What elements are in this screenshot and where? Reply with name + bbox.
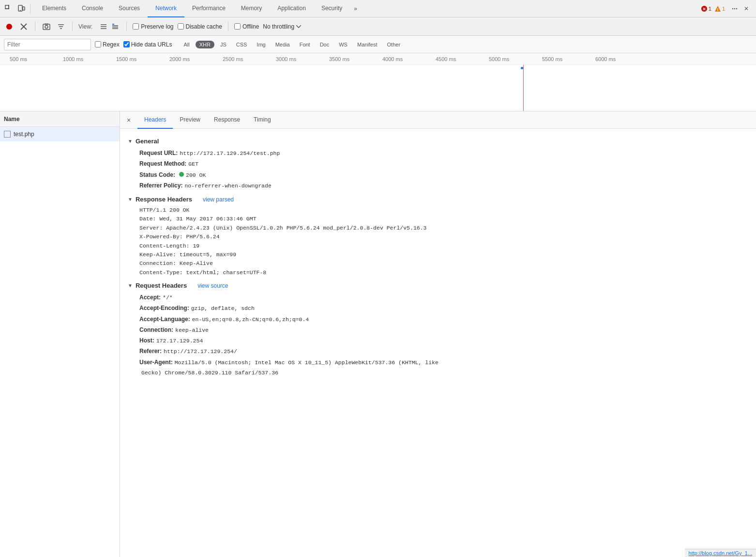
detail-panel: × Headers Preview Response Timing ▼ Gene… (120, 111, 756, 557)
filter-type-img[interactable]: Img (253, 41, 269, 48)
filter-types: All XHR JS CSS Img Media Font Doc WS Man… (180, 41, 404, 48)
timeline-chart (0, 65, 756, 111)
tick-4000: 4000 ms (382, 56, 436, 62)
preserve-log-group: Preserve log (133, 23, 173, 30)
tab-application[interactable]: Application (270, 0, 314, 17)
disable-cache-checkbox[interactable] (178, 23, 184, 30)
view-source-link[interactable]: view source (197, 282, 228, 289)
response-header-line-1: Date: Wed, 31 May 2017 06:33:46 GMT (139, 215, 748, 223)
response-header-line-2: Server: Apache/2.4.23 (Unix) OpenSSL/1.0… (139, 224, 748, 232)
view-group-btn[interactable] (110, 21, 121, 32)
detail-tab-timing[interactable]: Timing (247, 111, 278, 129)
request-method-row: Request Method: GET (139, 158, 748, 169)
preserve-log-label[interactable]: Preserve log (141, 23, 173, 30)
filter-type-all[interactable]: All (180, 41, 193, 48)
inspect-icon[interactable] (4, 4, 14, 14)
request-headers-label: Request Headers (136, 282, 187, 289)
tab-more-btn[interactable]: » (350, 5, 361, 12)
filter-type-other[interactable]: Other (383, 41, 405, 48)
filter-type-font[interactable]: Font (296, 41, 314, 48)
warning-badge[interactable]: ! 1 (714, 5, 725, 12)
svg-text:!: ! (717, 7, 718, 12)
filter-type-manifest[interactable]: Manifest (353, 41, 381, 48)
devtools-close-btn[interactable]: ✕ (741, 3, 752, 15)
offline-label[interactable]: Offline (242, 23, 259, 30)
response-headers-section-header[interactable]: ▼ Response Headers view parsed (128, 196, 748, 203)
req-header-host-label: Host: (139, 336, 154, 345)
request-item[interactable]: test.php (0, 127, 120, 141)
request-url-value: http://172.17.129.254/test.php (180, 149, 280, 157)
toolbar-divider-1 (35, 22, 35, 31)
response-headers-triangle: ▼ (128, 197, 133, 202)
req-header-connection: Connection: keep-alive (139, 325, 748, 335)
status-bar[interactable]: http://blog.csdn.net/Gy_1... (685, 549, 756, 557)
hide-data-checkbox[interactable] (123, 41, 130, 47)
filter-btn[interactable] (56, 21, 66, 32)
detail-close-btn[interactable]: × (124, 115, 134, 125)
record-btn[interactable] (4, 21, 15, 32)
detail-tabs: × Headers Preview Response Timing (120, 111, 756, 129)
filter-type-xhr[interactable]: XHR (196, 41, 214, 48)
network-toolbar: View: Preserve log Disable cache Offline… (0, 17, 756, 36)
devtools-menu-btn[interactable] (729, 3, 741, 15)
device-icon[interactable] (16, 4, 26, 14)
detail-tab-response[interactable]: Response (207, 111, 247, 129)
req-header-accept-language: Accept-Language: en-US,en;q=0.8,zh-CN;q=… (139, 314, 748, 325)
tick-5000: 5000 ms (489, 56, 542, 62)
filter-input[interactable] (4, 39, 91, 50)
regex-checkbox[interactable] (95, 41, 101, 47)
preserve-log-checkbox[interactable] (133, 23, 139, 30)
throttle-select[interactable]: No throttling (263, 23, 301, 30)
filter-type-media[interactable]: Media (272, 41, 294, 48)
regex-option[interactable]: Regex (95, 41, 120, 48)
svg-rect-4 (23, 7, 25, 10)
svg-point-11 (734, 8, 735, 9)
tick-5500: 5500 ms (542, 56, 595, 62)
tab-security[interactable]: Security (314, 0, 350, 17)
regex-label[interactable]: Regex (103, 41, 120, 48)
referrer-policy-value: no-referrer-when-downgrade (184, 182, 271, 190)
error-warning-area: ✕ 1 ! 1 (701, 5, 725, 12)
general-table: Request URL: http://172.17.129.254/test.… (128, 148, 748, 191)
filter-bar: Regex Hide data URLs All XHR JS CSS Img … (0, 36, 756, 53)
tick-500: 500 ms (10, 56, 63, 62)
hide-data-label[interactable]: Hide data URLs (131, 41, 172, 48)
tab-network[interactable]: Network (148, 0, 184, 17)
general-section-header[interactable]: ▼ General (128, 138, 748, 145)
request-item-name: test.php (14, 131, 34, 138)
clear-btn[interactable] (18, 21, 29, 32)
tab-sources[interactable]: Sources (111, 0, 148, 17)
status-code-value: 200 OK (186, 171, 206, 179)
tab-memory[interactable]: Memory (233, 0, 270, 17)
detail-tab-preview[interactable]: Preview (173, 111, 207, 129)
req-header-accept-encoding-value: gzip, deflate, sdch (191, 304, 255, 312)
view-list-btn[interactable] (98, 21, 109, 32)
devtools-icon-group (4, 4, 30, 14)
request-headers-section-header[interactable]: ▼ Request Headers view source (128, 282, 748, 289)
req-header-accept-language-label: Accept-Language: (139, 315, 190, 324)
response-header-line-6: Connection: Keep-Alive (139, 259, 748, 268)
tab-elements[interactable]: Elements (34, 0, 74, 17)
filter-type-js[interactable]: JS (216, 41, 230, 48)
filter-type-doc[interactable]: Doc (316, 41, 333, 48)
toolbar-divider-2 (72, 22, 73, 31)
req-header-user-agent: User-Agent: Mozilla/5.0 (Macintosh; Inte… (139, 357, 748, 368)
tick-3000: 3000 ms (276, 56, 329, 62)
filter-type-css[interactable]: CSS (232, 41, 251, 48)
view-parsed-link[interactable]: view parsed (203, 196, 234, 203)
req-header-connection-value: keep-alive (175, 326, 209, 334)
req-header-user-agent-value: Mozilla/5.0 (Macintosh; Intel Mac OS X 1… (175, 358, 438, 367)
detail-tab-headers[interactable]: Headers (137, 111, 173, 129)
hide-data-urls-option[interactable]: Hide data URLs (123, 41, 172, 48)
toolbar-divider-4 (228, 22, 228, 31)
tab-performance[interactable]: Performance (184, 0, 233, 17)
filter-type-ws[interactable]: WS (335, 41, 351, 48)
disable-cache-label[interactable]: Disable cache (186, 23, 222, 30)
request-url-label: Request URL: (139, 149, 178, 157)
offline-group: Offline (234, 23, 259, 30)
tab-console[interactable]: Console (74, 0, 111, 17)
offline-checkbox[interactable] (234, 23, 241, 30)
req-header-referer: Referer: http://172.17.129.254/ (139, 346, 748, 356)
error-badge[interactable]: ✕ 1 (701, 5, 711, 12)
screenshot-btn[interactable] (41, 21, 52, 32)
